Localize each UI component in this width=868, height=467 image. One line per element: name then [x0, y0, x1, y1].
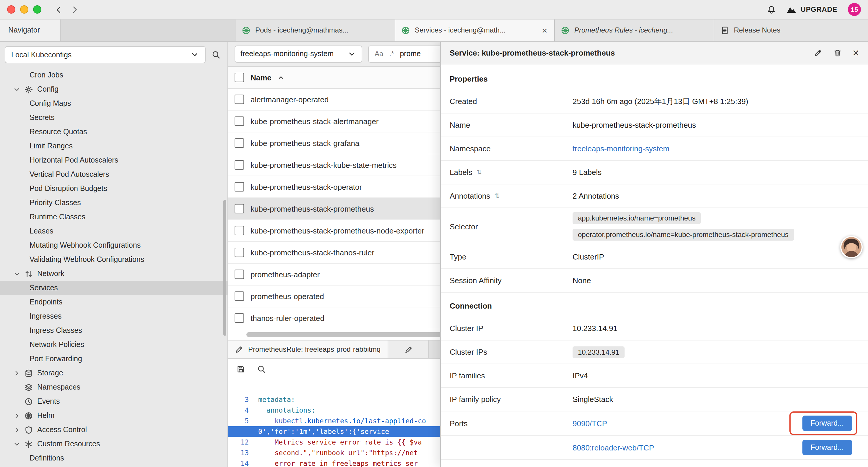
sort-toggle-icon[interactable]: ⇅ — [476, 169, 482, 176]
sidebar-item-ingresses[interactable]: Ingresses — [0, 309, 227, 323]
service-name: prometheus-operated — [251, 292, 324, 300]
sidebar-item-config-maps[interactable]: Config Maps — [0, 96, 227, 111]
section-heading-properties: Properties — [441, 66, 868, 90]
sidebar-item-events[interactable]: Events — [0, 394, 227, 408]
navigator-sidebar: Local Kubeconfigs Cron JobsConfigConfig … — [0, 41, 228, 467]
name-column-header[interactable]: Name — [251, 73, 272, 82]
sidebar-item-label: Port Forwarding — [30, 355, 82, 363]
row-checkbox[interactable] — [235, 95, 244, 104]
notification-count-badge[interactable]: 15 — [848, 3, 861, 16]
sidebar-search-icon[interactable] — [212, 50, 220, 59]
forward-button[interactable]: Forward... — [802, 440, 852, 455]
tab-label: Release Notes — [734, 26, 867, 34]
service-name: kube-prometheus-stack-kube-state-metrics — [251, 160, 397, 169]
match-case-toggle[interactable]: Aa — [375, 50, 383, 58]
row-checkbox[interactable] — [235, 160, 244, 170]
property-value: freeleaps-monitoring-system — [572, 140, 859, 157]
sidebar-item-runtime-classes[interactable]: Runtime Classes — [0, 210, 227, 224]
save-icon[interactable] — [236, 364, 245, 373]
tab-pods-icecheng-mathmas[interactable]: Pods - icecheng@mathmas... — [236, 19, 395, 41]
forward-button[interactable] — [70, 5, 79, 14]
sidebar-item-namespaces[interactable]: Namespaces — [0, 380, 227, 394]
property-row-cluster-ips: Cluster IPs10.233.14.91 — [441, 341, 868, 364]
editor-tab-partial[interactable] — [388, 341, 429, 358]
close-window-button[interactable] — [7, 5, 16, 13]
row-checkbox[interactable] — [235, 248, 244, 257]
sidebar-item-access-control[interactable]: Access Control — [0, 423, 227, 437]
upgrade-button[interactable]: UPGRADE — [786, 5, 837, 13]
sidebar-item-port-forwarding[interactable]: Port Forwarding — [0, 352, 227, 366]
sidebar-item-leases[interactable]: Leases — [0, 224, 227, 238]
drawer-close-button[interactable]: × — [852, 47, 859, 58]
sidebar-item-custom-resources[interactable]: Custom Resources — [0, 437, 227, 451]
tab-prometheus-rules-icecheng[interactable]: Prometheus Rules - icecheng... — [555, 19, 714, 41]
editor-tab-prometheusrule[interactable]: PrometheusRule: freeleaps-prod-rabbitmq — [227, 341, 388, 358]
sidebar-item-resource-quotas[interactable]: Resource Quotas — [0, 125, 227, 139]
user-avatar[interactable] — [840, 236, 863, 258]
sidebar-item-services[interactable]: Services — [0, 281, 227, 295]
row-checkbox[interactable] — [235, 291, 244, 301]
delete-resource-button[interactable] — [833, 48, 842, 57]
sort-toggle-icon[interactable]: ⇅ — [494, 192, 500, 200]
sidebar-item-limit-ranges[interactable]: Limit Ranges — [0, 139, 227, 153]
regex-toggle[interactable]: .* — [389, 50, 394, 58]
property-label: Labels⇅ — [450, 168, 572, 177]
sidebar-item-validating-webhook-configurations[interactable]: Validating Webhook Configurations — [0, 253, 227, 267]
edit-resource-button[interactable] — [814, 48, 823, 57]
chevron-right-icon[interactable] — [13, 369, 21, 377]
namespace-link[interactable]: freeleaps-monitoring-system — [572, 144, 670, 153]
maximize-window-button[interactable] — [33, 5, 41, 13]
namespace-filter[interactable]: freeleaps-monitoring-system — [235, 45, 362, 62]
code-text: 0','for':'1m','labels':{'service — [256, 426, 389, 437]
row-checkbox[interactable] — [235, 313, 244, 323]
sidebar-item-priority-classes[interactable]: Priority Classes — [0, 196, 227, 210]
row-checkbox[interactable] — [235, 138, 244, 148]
port-link-9090-tcp[interactable]: 9090/TCP — [572, 419, 607, 428]
row-checkbox[interactable] — [235, 204, 244, 213]
sidebar-item-helm[interactable]: Helm — [0, 408, 227, 423]
sidebar-item-mutating-webhook-configurations[interactable]: Mutating Webhook Configurations — [0, 238, 227, 253]
property-value: 9 Labels — [572, 164, 859, 181]
chevron-down-icon[interactable] — [13, 269, 21, 278]
port-link-8080-reloader-web-tcp[interactable]: 8080:reloader-web/TCP — [572, 443, 654, 452]
sort-ascending-icon[interactable] — [278, 74, 284, 81]
tab-services-icecheng-math[interactable]: Services - icecheng@math...× — [395, 19, 555, 41]
minimize-window-button[interactable] — [20, 5, 28, 13]
kubeconfig-selector[interactable]: Local Kubeconfigs — [5, 46, 206, 63]
property-value: ClusterIP — [572, 248, 859, 265]
chevron-down-icon[interactable] — [13, 439, 21, 448]
sidebar-item-horizontal-pod-autoscalers[interactable]: Horizontal Pod Autoscalers — [0, 153, 227, 167]
select-all-checkbox[interactable] — [235, 73, 244, 82]
chevron-right-icon[interactable] — [13, 411, 21, 420]
sidebar-item-definitions[interactable]: Definitions — [0, 451, 227, 465]
sidebar-item-network-policies[interactable]: Network Policies — [0, 338, 227, 352]
chevron-down-icon — [347, 49, 356, 58]
row-checkbox[interactable] — [235, 182, 244, 192]
sidebar-item-label: Endpoints — [30, 298, 62, 306]
property-value: SingleStack — [572, 391, 859, 408]
sidebar-item-secrets[interactable]: Secrets — [0, 111, 227, 125]
sidebar-item-ingress-classes[interactable]: Ingress Classes — [0, 323, 227, 338]
namespaces-icon — [24, 383, 34, 391]
sidebar-item-endpoints[interactable]: Endpoints — [0, 295, 227, 309]
row-checkbox[interactable] — [235, 116, 244, 126]
tab-close-icon[interactable]: × — [541, 26, 548, 35]
forward-button[interactable]: Forward... — [802, 415, 852, 431]
sidebar-item-cron-jobs[interactable]: Cron Jobs — [0, 68, 227, 82]
sidebar-item-network[interactable]: Network — [0, 267, 227, 281]
sidebar-item-pod-disruption-budgets[interactable]: Pod Disruption Budgets — [0, 181, 227, 196]
sidebar-item-storage[interactable]: Storage — [0, 366, 227, 380]
tab-release-notes[interactable]: Release Notes — [714, 19, 868, 41]
sidebar-item-vertical-pod-autoscalers[interactable]: Vertical Pod Autoscalers — [0, 167, 227, 181]
chevron-down-icon[interactable] — [13, 85, 21, 94]
sidebar-scrollbar[interactable] — [223, 200, 226, 336]
custom-resources-icon — [24, 439, 34, 448]
sidebar-item-config[interactable]: Config — [0, 82, 227, 96]
editor-search-icon[interactable] — [257, 364, 266, 373]
notifications-bell-icon[interactable] — [767, 5, 776, 14]
back-button[interactable] — [54, 5, 63, 14]
row-checkbox[interactable] — [235, 269, 244, 279]
chevron-right-icon[interactable] — [13, 425, 21, 434]
row-checkbox[interactable] — [235, 226, 244, 235]
property-value: 253d 16h 6m ago (2025年1月13日 GMT+8 1:25:3… — [572, 92, 859, 111]
